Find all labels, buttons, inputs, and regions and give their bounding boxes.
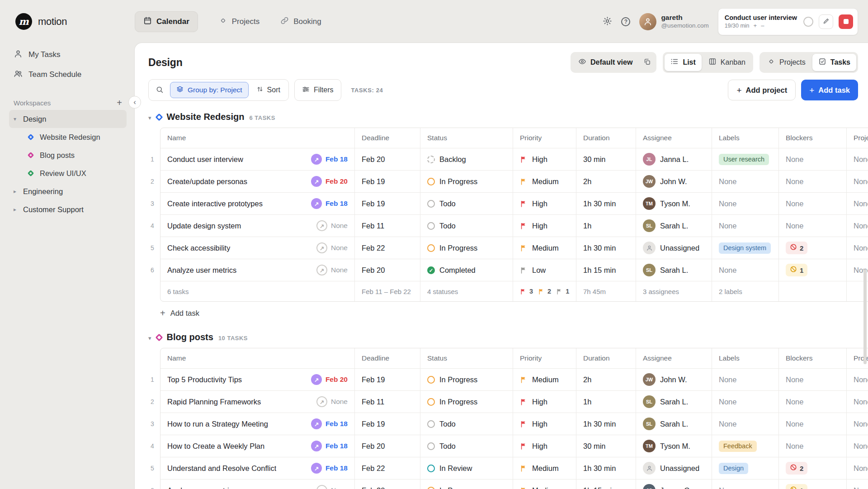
settings-button[interactable] bbox=[603, 16, 612, 27]
assignee-cell[interactable]: TMTyson M. bbox=[636, 193, 712, 214]
tasks-toggle[interactable]: Tasks bbox=[812, 54, 856, 71]
nav-booking[interactable]: Booking bbox=[280, 16, 321, 27]
column-header[interactable]: Assignee bbox=[636, 128, 712, 148]
deadline-cell[interactable]: Feb 19 bbox=[355, 171, 420, 192]
projects-cell[interactable]: None bbox=[847, 480, 868, 489]
priority-cell[interactable]: Low bbox=[513, 259, 576, 281]
status-cell[interactable]: Todo bbox=[420, 215, 513, 237]
task-row[interactable]: 6Analyze user metrics↗NoneFeb 20In Progr… bbox=[160, 480, 868, 489]
labels-cell[interactable]: None bbox=[712, 193, 779, 214]
kanban-view-button[interactable]: Kanban bbox=[703, 54, 751, 71]
deadline-cell[interactable]: Feb 19 bbox=[355, 193, 420, 214]
deadline-cell[interactable]: Feb 20 bbox=[355, 259, 420, 281]
blocker-indicator[interactable]: 1 bbox=[786, 264, 807, 276]
nav-calendar[interactable]: Calendar bbox=[135, 11, 198, 32]
collapse-sidebar-button[interactable]: ‹ bbox=[128, 96, 141, 109]
deadline-cell[interactable]: Feb 22 bbox=[355, 457, 420, 479]
name-cell[interactable]: How to run a Strategy Meeting↗Feb 18 bbox=[160, 413, 355, 435]
status-cell[interactable]: In Review bbox=[420, 457, 513, 479]
priority-cell[interactable]: Medium bbox=[513, 480, 576, 489]
priority-cell[interactable]: High bbox=[513, 413, 576, 435]
assignee-cell[interactable]: SLSarah L. bbox=[636, 413, 712, 435]
labels-cell[interactable]: User research bbox=[712, 148, 779, 170]
projects-cell[interactable]: None bbox=[847, 237, 868, 259]
status-cell[interactable]: Backlog bbox=[420, 148, 513, 170]
blockers-cell[interactable]: None bbox=[779, 413, 847, 435]
duplicate-view-button[interactable] bbox=[639, 55, 655, 70]
deadline-cell[interactable]: Feb 20 bbox=[355, 480, 420, 489]
sidebar-item-team-schedule[interactable]: Team Schedule bbox=[9, 65, 127, 85]
assignee-cell[interactable]: SLSarah L. bbox=[636, 391, 712, 413]
motion-logo[interactable]: m motion bbox=[15, 13, 135, 30]
deadline-cell[interactable]: Feb 19 bbox=[355, 413, 420, 435]
schedule-pill[interactable]: ↗Feb 18 bbox=[311, 463, 348, 474]
column-header[interactable]: Projects bbox=[847, 128, 868, 148]
column-header[interactable]: Duration bbox=[576, 128, 636, 148]
blockers-cell[interactable]: None bbox=[779, 171, 847, 192]
duration-cell[interactable]: 30 min bbox=[576, 435, 636, 457]
label-pill[interactable]: Design system bbox=[719, 242, 771, 254]
project-review-ui-ux[interactable]: Review UI/UX bbox=[9, 164, 127, 182]
task-row[interactable]: 2Rapid Planning Frameworks↗NoneFeb 11In … bbox=[160, 391, 868, 413]
labels-cell[interactable]: Design system bbox=[712, 237, 779, 259]
duration-cell[interactable]: 30 min bbox=[576, 148, 636, 170]
projects-cell[interactable]: None bbox=[847, 457, 868, 479]
schedule-pill[interactable]: ↗Feb 18 bbox=[311, 418, 348, 429]
deadline-cell[interactable]: Feb 22 bbox=[355, 237, 420, 259]
column-header[interactable]: Name bbox=[160, 128, 355, 148]
duration-cell[interactable]: 1h 30 min bbox=[576, 193, 636, 214]
priority-cell[interactable]: Medium bbox=[513, 457, 576, 479]
add-task-button[interactable]: + Add task bbox=[801, 80, 858, 100]
duration-cell[interactable]: 1h 30 min bbox=[576, 413, 636, 435]
task-row[interactable]: 3How to run a Strategy Meeting↗Feb 18Feb… bbox=[160, 413, 868, 435]
status-cell[interactable]: Todo bbox=[420, 193, 513, 214]
column-header[interactable]: Labels bbox=[712, 348, 779, 368]
duration-cell[interactable]: 1h 15 min bbox=[576, 480, 636, 489]
blockers-cell[interactable]: None bbox=[779, 148, 847, 170]
labels-cell[interactable]: None bbox=[712, 259, 779, 281]
task-row[interactable]: 1Conduct user interview↗Feb 18Feb 20Back… bbox=[160, 148, 868, 171]
status-cell[interactable]: Todo bbox=[420, 413, 513, 435]
workspace-customer-support[interactable]: ▸ Customer Support bbox=[9, 200, 127, 218]
name-cell[interactable]: Update design system↗None bbox=[160, 215, 355, 237]
sidebar-item-my-tasks[interactable]: My Tasks bbox=[9, 45, 127, 65]
column-header[interactable]: Status bbox=[420, 128, 513, 148]
help-button[interactable]: ? bbox=[621, 17, 630, 26]
blockers-cell[interactable]: 2 bbox=[779, 237, 847, 259]
schedule-pill[interactable]: ↗None bbox=[316, 396, 348, 407]
list-view-button[interactable]: List bbox=[665, 54, 701, 71]
name-cell[interactable]: Conduct user interview↗Feb 18 bbox=[160, 148, 355, 170]
deadline-cell[interactable]: Feb 19 bbox=[355, 369, 420, 390]
label-pill[interactable]: Feedback bbox=[719, 441, 757, 452]
add-task-inline-button[interactable]: + Add task bbox=[160, 308, 199, 318]
column-header[interactable]: Assignee bbox=[636, 348, 712, 368]
priority-cell[interactable]: High bbox=[513, 215, 576, 237]
blockers-cell[interactable]: 1 bbox=[779, 259, 847, 281]
priority-cell[interactable]: Medium bbox=[513, 237, 576, 259]
labels-cell[interactable]: Design bbox=[712, 457, 779, 479]
nav-projects[interactable]: Projects bbox=[219, 16, 259, 27]
projects-toggle[interactable]: Projects bbox=[761, 54, 811, 71]
status-cell[interactable]: In Progress bbox=[420, 391, 513, 413]
deadline-cell[interactable]: Feb 20 bbox=[355, 148, 420, 170]
schedule-pill[interactable]: ↗Feb 18 bbox=[311, 441, 348, 451]
filters-button[interactable]: Filters bbox=[294, 79, 341, 101]
schedule-pill[interactable]: ↗None bbox=[316, 265, 348, 275]
column-header[interactable]: Priority bbox=[513, 128, 576, 148]
duration-cell[interactable]: 2h bbox=[576, 369, 636, 390]
labels-cell[interactable]: None bbox=[712, 391, 779, 413]
priority-cell[interactable]: Medium bbox=[513, 369, 576, 390]
group-header[interactable]: ▾ Blog posts 10 TASKS bbox=[148, 332, 868, 342]
label-pill[interactable]: Design bbox=[719, 463, 748, 474]
name-cell[interactable]: Understand and Resolve Conflict↗Feb 18 bbox=[160, 457, 355, 479]
priority-cell[interactable]: High bbox=[513, 193, 576, 214]
status-cell[interactable]: Todo bbox=[420, 435, 513, 457]
blockers-cell[interactable]: None bbox=[779, 435, 847, 457]
duration-cell[interactable]: 1h 15 min bbox=[576, 259, 636, 281]
labels-cell[interactable]: None bbox=[712, 413, 779, 435]
add-project-button[interactable]: + Add project bbox=[728, 80, 796, 100]
blockers-cell[interactable]: None bbox=[779, 215, 847, 237]
name-cell[interactable]: Check accessibility↗None bbox=[160, 237, 355, 259]
status-cell[interactable]: In Progress bbox=[420, 237, 513, 259]
assignee-cell[interactable]: Unassigned bbox=[636, 237, 712, 259]
